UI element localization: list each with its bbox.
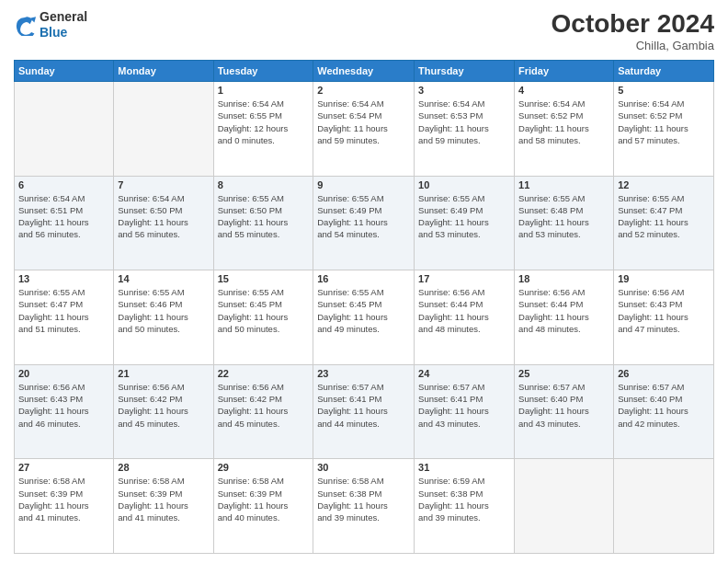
calendar-cell: 28Sunrise: 6:58 AM Sunset: 6:39 PM Dayli…: [114, 459, 213, 554]
col-tuesday: Tuesday: [213, 61, 313, 82]
day-number: 21: [118, 368, 209, 379]
day-info: Sunrise: 6:56 AM Sunset: 6:44 PM Dayligh…: [518, 286, 609, 335]
logo-icon: [14, 14, 36, 36]
calendar-week-row: 27Sunrise: 6:58 AM Sunset: 6:39 PM Dayli…: [15, 459, 714, 554]
day-number: 2: [317, 85, 410, 96]
calendar-cell: 27Sunrise: 6:58 AM Sunset: 6:39 PM Dayli…: [15, 459, 114, 554]
day-info: Sunrise: 6:57 AM Sunset: 6:41 PM Dayligh…: [317, 381, 410, 430]
day-info: Sunrise: 6:55 AM Sunset: 6:45 PM Dayligh…: [218, 286, 310, 335]
day-number: 29: [218, 462, 310, 473]
day-number: 18: [518, 273, 609, 284]
calendar-cell: 4Sunrise: 6:54 AM Sunset: 6:52 PM Daylig…: [515, 82, 614, 177]
day-info: Sunrise: 6:56 AM Sunset: 6:42 PM Dayligh…: [218, 381, 310, 430]
calendar-cell: 14Sunrise: 6:55 AM Sunset: 6:46 PM Dayli…: [114, 270, 213, 365]
col-saturday: Saturday: [614, 61, 714, 82]
day-info: Sunrise: 6:58 AM Sunset: 6:39 PM Dayligh…: [18, 475, 109, 523]
calendar-cell: 7Sunrise: 6:54 AM Sunset: 6:50 PM Daylig…: [114, 176, 213, 270]
day-number: 9: [317, 179, 410, 190]
day-info: Sunrise: 6:54 AM Sunset: 6:51 PM Dayligh…: [18, 192, 109, 241]
day-number: 16: [317, 273, 410, 284]
day-number: 7: [118, 179, 209, 190]
col-friday: Friday: [515, 61, 614, 82]
calendar-cell: 8Sunrise: 6:55 AM Sunset: 6:50 PM Daylig…: [213, 176, 313, 270]
title-block: October 2024 Chilla, Gambia: [552, 9, 714, 52]
logo-text: General Blue: [40, 9, 87, 40]
calendar-cell: 31Sunrise: 6:59 AM Sunset: 6:38 PM Dayli…: [415, 459, 515, 554]
day-info: Sunrise: 6:56 AM Sunset: 6:42 PM Dayligh…: [118, 381, 209, 430]
calendar-cell: 12Sunrise: 6:55 AM Sunset: 6:47 PM Dayli…: [614, 176, 714, 270]
day-number: 11: [518, 179, 609, 190]
day-info: Sunrise: 6:59 AM Sunset: 6:38 PM Dayligh…: [418, 475, 510, 523]
calendar-week-row: 6Sunrise: 6:54 AM Sunset: 6:51 PM Daylig…: [15, 176, 714, 270]
day-number: 1: [218, 85, 310, 96]
day-info: Sunrise: 6:54 AM Sunset: 6:52 PM Dayligh…: [618, 98, 710, 146]
day-info: Sunrise: 6:55 AM Sunset: 6:49 PM Dayligh…: [418, 192, 510, 241]
calendar-cell: 19Sunrise: 6:56 AM Sunset: 6:43 PM Dayli…: [614, 270, 714, 365]
day-number: 31: [418, 462, 510, 473]
calendar-cell: 3Sunrise: 6:54 AM Sunset: 6:53 PM Daylig…: [415, 82, 515, 177]
day-info: Sunrise: 6:55 AM Sunset: 6:49 PM Dayligh…: [317, 192, 410, 241]
day-number: 8: [218, 179, 310, 190]
calendar-cell: 17Sunrise: 6:56 AM Sunset: 6:44 PM Dayli…: [415, 270, 515, 365]
day-info: Sunrise: 6:57 AM Sunset: 6:41 PM Dayligh…: [418, 381, 510, 430]
month-title: October 2024: [552, 9, 714, 39]
col-thursday: Thursday: [415, 61, 515, 82]
calendar-week-row: 20Sunrise: 6:56 AM Sunset: 6:43 PM Dayli…: [15, 364, 714, 459]
day-info: Sunrise: 6:55 AM Sunset: 6:48 PM Dayligh…: [518, 192, 609, 241]
day-number: 6: [18, 179, 109, 190]
calendar-cell: [515, 459, 614, 554]
day-info: Sunrise: 6:54 AM Sunset: 6:55 PM Dayligh…: [218, 98, 310, 146]
calendar-cell: 2Sunrise: 6:54 AM Sunset: 6:54 PM Daylig…: [313, 82, 415, 177]
col-monday: Monday: [114, 61, 213, 82]
calendar-week-row: 13Sunrise: 6:55 AM Sunset: 6:47 PM Dayli…: [15, 270, 714, 365]
day-number: 20: [18, 368, 109, 379]
day-number: 30: [317, 462, 410, 473]
day-info: Sunrise: 6:54 AM Sunset: 6:50 PM Dayligh…: [118, 192, 209, 241]
day-number: 28: [118, 462, 209, 473]
calendar-cell: 25Sunrise: 6:57 AM Sunset: 6:40 PM Dayli…: [515, 364, 614, 459]
day-number: 10: [418, 179, 510, 190]
calendar-cell: 18Sunrise: 6:56 AM Sunset: 6:44 PM Dayli…: [515, 270, 614, 365]
calendar-cell: 24Sunrise: 6:57 AM Sunset: 6:41 PM Dayli…: [415, 364, 515, 459]
logo-blue: Blue: [40, 25, 87, 40]
day-info: Sunrise: 6:55 AM Sunset: 6:46 PM Dayligh…: [118, 286, 209, 335]
calendar-cell: [114, 82, 213, 177]
day-number: 27: [18, 462, 109, 473]
day-info: Sunrise: 6:57 AM Sunset: 6:40 PM Dayligh…: [618, 381, 710, 430]
day-number: 5: [618, 85, 710, 96]
calendar-cell: 21Sunrise: 6:56 AM Sunset: 6:42 PM Dayli…: [114, 364, 213, 459]
day-info: Sunrise: 6:54 AM Sunset: 6:52 PM Dayligh…: [518, 98, 609, 146]
calendar-cell: 22Sunrise: 6:56 AM Sunset: 6:42 PM Dayli…: [213, 364, 313, 459]
day-number: 19: [618, 273, 710, 284]
day-number: 13: [18, 273, 109, 284]
day-info: Sunrise: 6:56 AM Sunset: 6:44 PM Dayligh…: [418, 286, 510, 335]
calendar-cell: 29Sunrise: 6:58 AM Sunset: 6:39 PM Dayli…: [213, 459, 313, 554]
calendar-cell: 9Sunrise: 6:55 AM Sunset: 6:49 PM Daylig…: [313, 176, 415, 270]
calendar-header-row: Sunday Monday Tuesday Wednesday Thursday…: [15, 61, 714, 82]
day-info: Sunrise: 6:55 AM Sunset: 6:45 PM Dayligh…: [317, 286, 410, 335]
logo: General Blue: [14, 9, 87, 40]
calendar-cell: 16Sunrise: 6:55 AM Sunset: 6:45 PM Dayli…: [313, 270, 415, 365]
day-info: Sunrise: 6:56 AM Sunset: 6:43 PM Dayligh…: [18, 381, 109, 430]
day-number: 12: [618, 179, 710, 190]
day-info: Sunrise: 6:58 AM Sunset: 6:39 PM Dayligh…: [218, 475, 310, 523]
day-info: Sunrise: 6:54 AM Sunset: 6:54 PM Dayligh…: [317, 98, 410, 146]
day-number: 23: [317, 368, 410, 379]
calendar-cell: 20Sunrise: 6:56 AM Sunset: 6:43 PM Dayli…: [15, 364, 114, 459]
day-number: 25: [518, 368, 609, 379]
calendar-cell: [614, 459, 714, 554]
day-number: 15: [218, 273, 310, 284]
day-number: 4: [518, 85, 609, 96]
day-info: Sunrise: 6:54 AM Sunset: 6:53 PM Dayligh…: [418, 98, 510, 146]
day-info: Sunrise: 6:55 AM Sunset: 6:47 PM Dayligh…: [618, 192, 710, 241]
calendar-cell: 23Sunrise: 6:57 AM Sunset: 6:41 PM Dayli…: [313, 364, 415, 459]
day-info: Sunrise: 6:56 AM Sunset: 6:43 PM Dayligh…: [618, 286, 710, 335]
header: General Blue October 2024 Chilla, Gambia: [14, 9, 714, 52]
calendar-cell: 10Sunrise: 6:55 AM Sunset: 6:49 PM Dayli…: [415, 176, 515, 270]
day-number: 22: [218, 368, 310, 379]
day-info: Sunrise: 6:57 AM Sunset: 6:40 PM Dayligh…: [518, 381, 609, 430]
calendar-cell: 15Sunrise: 6:55 AM Sunset: 6:45 PM Dayli…: [213, 270, 313, 365]
day-number: 3: [418, 85, 510, 96]
day-number: 26: [618, 368, 710, 379]
calendar-cell: 11Sunrise: 6:55 AM Sunset: 6:48 PM Dayli…: [515, 176, 614, 270]
